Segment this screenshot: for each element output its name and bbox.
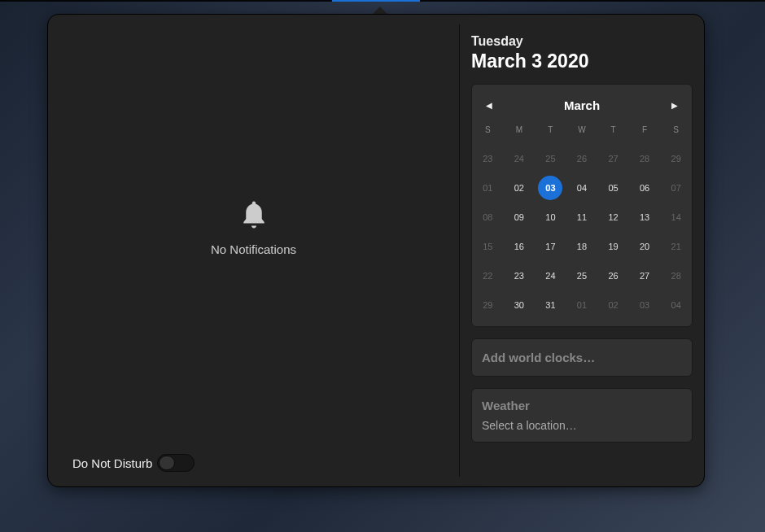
calendar-weekday-label: S [472,120,504,144]
calendar-day[interactable]: 05 [597,173,629,203]
calendar-weekday-label: T [597,120,629,144]
calendar-day[interactable]: 13 [629,203,661,232]
calendar-day[interactable]: 18 [566,232,598,261]
calendar-day[interactable]: 03 [535,173,566,203]
calendar-weekday-label: T [535,120,566,144]
day-of-week-label: Tuesday [471,34,693,49]
chevron-right-icon: ▶ [671,101,678,110]
calendar-day[interactable]: 27 [629,261,661,290]
calendar-day[interactable]: 16 [504,232,536,261]
calendar-day[interactable]: 26 [597,261,629,290]
calendar-day[interactable]: 11 [566,203,598,232]
dnd-toggle[interactable] [157,454,195,472]
calendar-day[interactable]: 15 [472,232,504,261]
full-date-label: March 3 2020 [471,50,693,72]
notifications-empty: No Notifications [48,15,459,439]
calendar-day[interactable]: 29 [660,144,692,173]
datetime-popover: No Notifications Do Not Disturb Tuesday … [47,14,705,487]
calendar-day[interactable]: 23 [472,144,504,173]
calendar-day[interactable]: 01 [472,173,504,203]
calendar-day[interactable]: 14 [660,203,692,232]
calendar-day[interactable]: 26 [566,144,598,173]
calendar-day[interactable]: 04 [660,290,692,320]
calendar-weekday-label: F [629,120,661,144]
weather-title: Weather [482,399,682,412]
calendar-day[interactable]: 25 [566,261,598,290]
calendar-weekday-label: M [504,120,536,144]
notifications-pane: No Notifications Do Not Disturb [48,15,459,486]
calendar-day[interactable]: 17 [535,232,566,261]
no-notifications-label: No Notifications [211,242,296,256]
calendar-day[interactable]: 12 [597,203,629,232]
next-month-button[interactable]: ▶ [666,96,684,114]
calendar-header: ◀ March ▶ [472,89,692,120]
calendar-day[interactable]: 08 [472,203,504,232]
weather-subtitle: Select a location… [482,419,682,432]
weather-button[interactable]: Weather Select a location… [471,388,693,443]
calendar-day[interactable]: 23 [504,261,536,290]
calendar-day[interactable]: 06 [629,173,661,203]
world-clocks-label: Add world clocks… [482,351,682,364]
bell-icon [239,198,269,231]
calendar-day[interactable]: 24 [504,144,536,173]
calendar-day[interactable]: 28 [629,144,661,173]
calendar-day[interactable]: 29 [472,290,504,320]
calendar-weekday-label: S [660,120,692,144]
calendar-day[interactable]: 22 [472,261,504,290]
calendar-day[interactable]: 09 [504,203,536,232]
calendar-month-label: March [564,98,600,112]
calendar-grid: SMTWTFS 23242526272829010203040506070809… [472,120,692,320]
calendar-day[interactable]: 28 [660,261,692,290]
calendar-weekday-label: W [566,120,598,144]
calendar-card: ◀ March ▶ SMTWTFS 2324252627282901020304… [471,84,693,327]
calendar-day[interactable]: 25 [535,144,566,173]
calendar-day[interactable]: 19 [597,232,629,261]
calendar-day[interactable]: 04 [566,173,598,203]
world-clocks-button[interactable]: Add world clocks… [471,338,693,377]
dnd-row: Do Not Disturb [48,439,459,486]
dnd-label: Do Not Disturb [72,456,152,470]
chevron-left-icon: ◀ [486,101,492,110]
calendar-day[interactable]: 03 [629,290,661,320]
calendar-pane: Tuesday March 3 2020 ◀ March ▶ SMTWTFS 2… [460,15,704,486]
calendar-day[interactable]: 02 [597,290,629,320]
prev-month-button[interactable]: ◀ [480,96,498,114]
date-header: Tuesday March 3 2020 [471,34,693,72]
calendar-day[interactable]: 20 [629,232,661,261]
calendar-day[interactable]: 10 [535,203,566,232]
calendar-day[interactable]: 21 [660,232,692,261]
calendar-day[interactable]: 31 [535,290,566,320]
top-bar [0,0,765,2]
calendar-day[interactable]: 27 [597,144,629,173]
calendar-day[interactable]: 02 [504,173,536,203]
calendar-day[interactable]: 24 [535,261,566,290]
dnd-toggle-knob [159,456,175,470]
calendar-day[interactable]: 07 [660,173,692,203]
calendar-day[interactable]: 01 [566,290,598,320]
calendar-day[interactable]: 30 [504,290,536,320]
